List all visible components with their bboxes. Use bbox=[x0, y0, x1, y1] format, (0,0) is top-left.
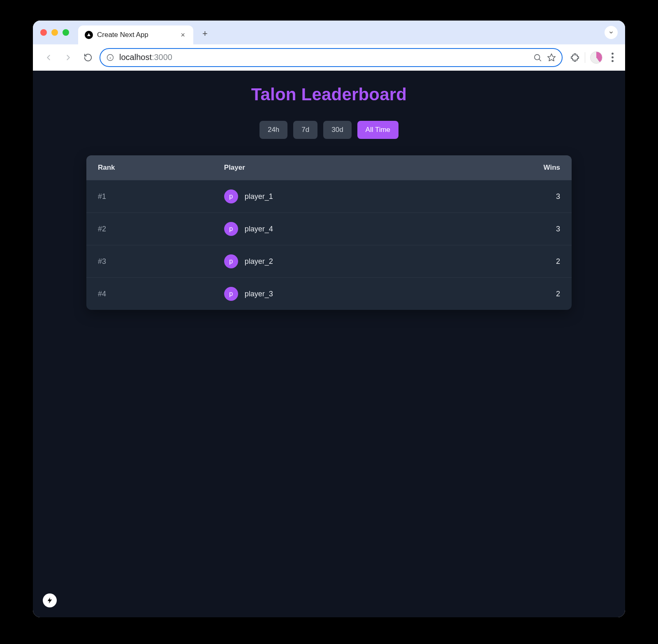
player-cell: p player_1 bbox=[213, 180, 504, 213]
forward-button[interactable] bbox=[60, 49, 76, 66]
table-row: #3 p player_2 2 bbox=[86, 245, 572, 278]
dev-tools-badge[interactable] bbox=[43, 593, 57, 607]
browser-window: Create Next App × + localhost:3000 bbox=[33, 21, 625, 617]
search-icon[interactable] bbox=[533, 53, 542, 62]
tab-title: Create Next App bbox=[97, 31, 175, 39]
tab-close-button[interactable]: × bbox=[179, 31, 187, 39]
address-bar[interactable]: localhost:3000 bbox=[100, 48, 563, 67]
favicon-icon bbox=[85, 31, 93, 39]
page: Talon Leaderboard 24h 7d 30d All Time Ra… bbox=[86, 85, 572, 310]
wins-cell: 3 bbox=[504, 213, 572, 245]
table-row: #1 p player_1 3 bbox=[86, 180, 572, 213]
leaderboard-card: Rank Player Wins #1 p player_1 bbox=[86, 155, 572, 310]
player-name: player_4 bbox=[245, 225, 273, 233]
rank-cell: #1 bbox=[86, 180, 213, 213]
player-avatar: p bbox=[224, 189, 238, 203]
toolbar-right bbox=[566, 50, 618, 65]
reload-button[interactable] bbox=[80, 49, 96, 66]
wins-cell: 2 bbox=[504, 278, 572, 310]
tabs-dropdown-button[interactable] bbox=[605, 26, 618, 39]
wins-cell: 3 bbox=[504, 180, 572, 213]
filter-30d[interactable]: 30d bbox=[323, 121, 351, 139]
rank-cell: #2 bbox=[86, 213, 213, 245]
col-rank: Rank bbox=[86, 155, 213, 180]
filter-24h[interactable]: 24h bbox=[259, 121, 287, 139]
window-maximize-button[interactable] bbox=[63, 29, 69, 36]
col-player: Player bbox=[213, 155, 504, 180]
browser-tab[interactable]: Create Next App × bbox=[78, 25, 193, 44]
window-minimize-button[interactable] bbox=[51, 29, 58, 36]
wins-cell: 2 bbox=[504, 245, 572, 278]
table-row: #4 p player_3 2 bbox=[86, 278, 572, 310]
player-cell: p player_4 bbox=[213, 213, 504, 245]
bookmark-star-icon[interactable] bbox=[547, 53, 556, 62]
new-tab-button[interactable]: + bbox=[198, 26, 212, 42]
url-text: localhost:3000 bbox=[119, 53, 172, 62]
extensions-icon[interactable] bbox=[570, 53, 580, 62]
lightning-icon bbox=[46, 597, 53, 604]
table-body: #1 p player_1 3 #2 bbox=[86, 180, 572, 310]
player-cell: p player_3 bbox=[213, 278, 504, 310]
svg-point-3 bbox=[535, 54, 540, 60]
player-cell: p player_2 bbox=[213, 245, 504, 278]
rank-cell: #3 bbox=[86, 245, 213, 278]
svg-line-4 bbox=[539, 59, 541, 61]
back-button[interactable] bbox=[40, 49, 57, 66]
url-host: localhost bbox=[119, 53, 152, 62]
window-close-button[interactable] bbox=[40, 29, 47, 36]
site-info-icon[interactable] bbox=[106, 53, 114, 62]
player-avatar: p bbox=[224, 287, 238, 301]
player-avatar: p bbox=[224, 222, 238, 236]
toolbar-divider bbox=[585, 52, 585, 63]
table-header-row: Rank Player Wins bbox=[86, 155, 572, 180]
url-rest: :3000 bbox=[152, 53, 172, 62]
profile-avatar[interactable] bbox=[590, 51, 602, 64]
browser-toolbar: localhost:3000 bbox=[33, 44, 625, 71]
filter-all-time[interactable]: All Time bbox=[357, 121, 399, 139]
filter-7d[interactable]: 7d bbox=[293, 121, 317, 139]
player-name: player_1 bbox=[245, 192, 273, 201]
browser-menu-button[interactable] bbox=[607, 50, 618, 65]
tab-strip: Create Next App × + bbox=[33, 21, 625, 44]
app-viewport: Talon Leaderboard 24h 7d 30d All Time Ra… bbox=[33, 71, 625, 617]
window-controls bbox=[40, 29, 69, 36]
svg-marker-5 bbox=[548, 53, 555, 60]
page-title: Talon Leaderboard bbox=[86, 85, 572, 104]
time-filter-group: 24h 7d 30d All Time bbox=[86, 121, 572, 139]
player-name: player_2 bbox=[245, 257, 273, 266]
player-name: player_3 bbox=[245, 290, 273, 298]
col-wins: Wins bbox=[504, 155, 572, 180]
rank-cell: #4 bbox=[86, 278, 213, 310]
leaderboard-table: Rank Player Wins #1 p player_1 bbox=[86, 155, 572, 310]
table-row: #2 p player_4 3 bbox=[86, 213, 572, 245]
player-avatar: p bbox=[224, 254, 238, 268]
